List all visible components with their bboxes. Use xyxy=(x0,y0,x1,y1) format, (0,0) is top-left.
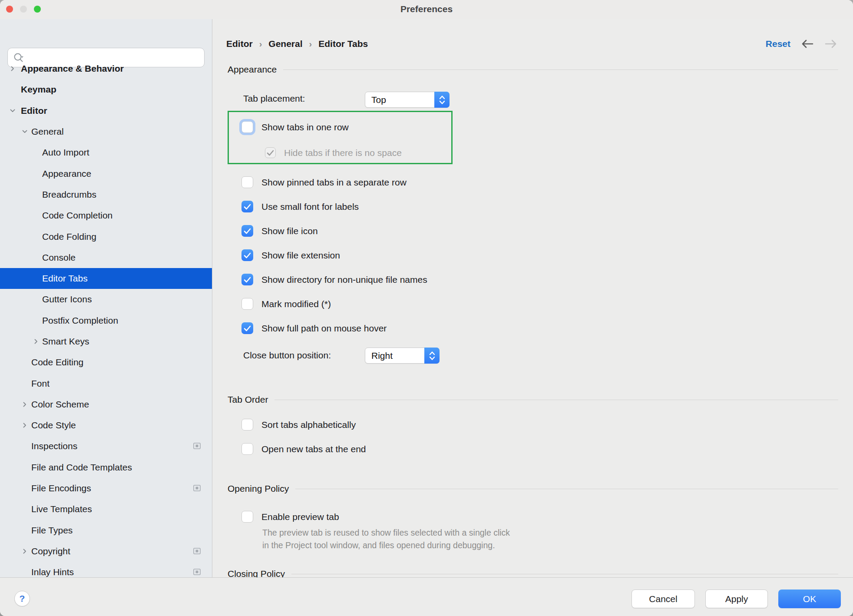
forward-arrow-icon[interactable] xyxy=(824,39,837,49)
unchecked-checkbox[interactable] xyxy=(241,121,253,133)
sidebar-item-label: Inlay Hints xyxy=(31,567,74,577)
settings-sidebar: Appearance & BehaviorKeymapEditorGeneral… xyxy=(0,19,212,577)
sidebar-item-console[interactable]: Console xyxy=(0,247,212,268)
checked-checkbox[interactable] xyxy=(241,322,253,334)
sidebar-item-label: Copyright xyxy=(31,546,70,556)
sidebar-item-label: File and Code Templates xyxy=(31,462,132,473)
unchecked-checkbox[interactable] xyxy=(241,511,253,523)
unchecked-checkbox[interactable] xyxy=(241,298,253,310)
breadcrumb-separator-icon: › xyxy=(309,39,312,49)
sidebar-item-smart-keys[interactable]: Smart Keys xyxy=(0,331,212,352)
sidebar-item-breadcrumbs[interactable]: Breadcrumbs xyxy=(0,184,212,205)
sidebar-item-label: Inspections xyxy=(31,441,77,451)
checkbox-row-mark-modified-: Mark modified (*) xyxy=(241,298,331,310)
close-button-position-value: Right xyxy=(365,351,424,361)
breadcrumb-item[interactable]: Editor Tabs xyxy=(318,39,368,49)
sidebar-item-label: Postfix Completion xyxy=(42,315,118,326)
breadcrumb: Editor›General›Editor Tabs xyxy=(226,37,368,50)
sidebar-item-auto-import[interactable]: Auto Import xyxy=(0,142,212,163)
sidebar-item-label: Font xyxy=(31,378,50,389)
close-button-position-select[interactable]: Right xyxy=(365,348,440,364)
sidebar-item-code-editing[interactable]: Code Editing xyxy=(0,352,212,373)
sidebar-item-editor-tabs[interactable]: Editor Tabs xyxy=(0,268,212,289)
apply-button[interactable]: Apply xyxy=(705,590,768,608)
chevron-right-icon[interactable] xyxy=(22,399,28,410)
checkbox-label: Show directory for non-unique file names xyxy=(261,275,427,285)
breadcrumb-item[interactable]: Editor xyxy=(226,39,253,49)
breadcrumb-item[interactable]: General xyxy=(268,39,302,49)
sidebar-item-appearance-behavior[interactable]: Appearance & Behavior xyxy=(0,58,212,79)
sidebar-item-label: Gutter Icons xyxy=(42,294,92,305)
sidebar-item-code-completion[interactable]: Code Completion xyxy=(0,205,212,226)
select-stepper-icon xyxy=(424,348,440,364)
sidebar-item-keymap[interactable]: Keymap xyxy=(0,79,212,100)
sidebar-item-label: Smart Keys xyxy=(42,336,89,347)
chevron-right-icon[interactable] xyxy=(10,63,16,74)
back-arrow-icon[interactable] xyxy=(801,39,814,49)
sidebar-item-inlay-hints[interactable]: Inlay Hints xyxy=(0,562,212,577)
sidebar-item-label: Auto Import xyxy=(42,147,89,158)
help-button[interactable]: ? xyxy=(14,591,30,606)
chevron-right-icon[interactable] xyxy=(33,336,39,347)
cancel-button[interactable]: Cancel xyxy=(631,590,695,608)
checkbox-label: Enable preview tab xyxy=(261,512,339,522)
checkbox-row-sort-tabs-alphabetically: Sort tabs alphabetically xyxy=(241,419,356,431)
checkbox-row-use-small-font-for-labels: Use small font for labels xyxy=(241,201,359,212)
checkbox-label: Show pinned tabs in a separate row xyxy=(261,177,407,188)
sidebar-item-label: File Types xyxy=(31,525,73,536)
unchecked-checkbox[interactable] xyxy=(241,176,253,188)
tool-window-icon xyxy=(193,441,201,451)
sidebar-item-font[interactable]: Font xyxy=(0,373,212,394)
unchecked-checkbox[interactable] xyxy=(241,419,253,431)
sidebar-item-general[interactable]: General xyxy=(0,121,212,142)
sidebar-item-label: Color Scheme xyxy=(31,399,89,410)
sidebar-item-copyright[interactable]: Copyright xyxy=(0,541,212,562)
chevron-down-icon[interactable] xyxy=(10,106,16,116)
chevron-down-icon[interactable] xyxy=(22,126,28,137)
checkbox-label: Use small font for labels xyxy=(261,202,359,212)
unchecked-checkbox[interactable] xyxy=(241,443,253,455)
checked-checkbox[interactable] xyxy=(241,274,253,285)
sidebar-item-code-folding[interactable]: Code Folding xyxy=(0,226,212,247)
section-appearance: Appearance xyxy=(228,63,838,76)
sidebar-item-postfix-completion[interactable]: Postfix Completion xyxy=(0,310,212,331)
checkbox-label: Hide tabs if there is no space xyxy=(284,148,402,158)
reset-link[interactable]: Reset xyxy=(766,39,790,49)
chevron-right-icon[interactable] xyxy=(22,420,28,431)
checked-checkbox xyxy=(265,147,276,158)
sidebar-item-file-encodings[interactable]: File Encodings xyxy=(0,478,212,499)
sidebar-item-label: General xyxy=(31,126,64,137)
tab-placement-select[interactable]: Top xyxy=(365,92,450,108)
sidebar-item-file-and-code-templates[interactable]: File and Code Templates xyxy=(0,457,212,478)
ok-button[interactable]: OK xyxy=(778,590,841,608)
sidebar-item-label: Code Completion xyxy=(42,210,112,221)
tab-placement-value: Top xyxy=(365,95,434,105)
section-opening-policy-title: Opening Policy xyxy=(228,484,289,494)
header-actions: Reset xyxy=(766,37,837,50)
checkbox-row-show-directory-for-non-unique-file-names: Show directory for non-unique file names xyxy=(241,274,427,285)
sidebar-item-appearance[interactable]: Appearance xyxy=(0,163,212,184)
checked-checkbox[interactable] xyxy=(241,249,253,261)
sidebar-item-label: Code Style xyxy=(31,420,76,431)
tab-placement-label: Tab placement: xyxy=(243,93,305,104)
sidebar-item-inspections[interactable]: Inspections xyxy=(0,436,212,457)
tool-window-icon xyxy=(193,567,201,577)
sidebar-item-label: Appearance & Behavior xyxy=(21,63,124,74)
sidebar-item-color-scheme[interactable]: Color Scheme xyxy=(0,394,212,415)
checkbox-row-show-tabs-in-one-row: Show tabs in one row xyxy=(241,121,349,133)
tool-window-icon xyxy=(193,546,201,556)
window-title: Preferences xyxy=(0,4,853,14)
sidebar-item-file-types[interactable]: File Types xyxy=(0,520,212,541)
checkbox-label: Show file icon xyxy=(261,226,318,236)
sidebar-item-gutter-icons[interactable]: Gutter Icons xyxy=(0,289,212,310)
sidebar-item-editor[interactable]: Editor xyxy=(0,100,212,121)
footer-bar: ? Cancel Apply OK xyxy=(0,577,853,616)
sidebar-item-live-templates[interactable]: Live Templates xyxy=(0,499,212,520)
section-rule xyxy=(283,70,838,70)
breadcrumb-separator-icon: › xyxy=(259,39,262,49)
checked-checkbox[interactable] xyxy=(241,225,253,237)
sidebar-item-label: Editor Tabs xyxy=(42,273,88,284)
checked-checkbox[interactable] xyxy=(241,201,253,212)
chevron-right-icon[interactable] xyxy=(22,546,28,556)
sidebar-item-code-style[interactable]: Code Style xyxy=(0,415,212,436)
